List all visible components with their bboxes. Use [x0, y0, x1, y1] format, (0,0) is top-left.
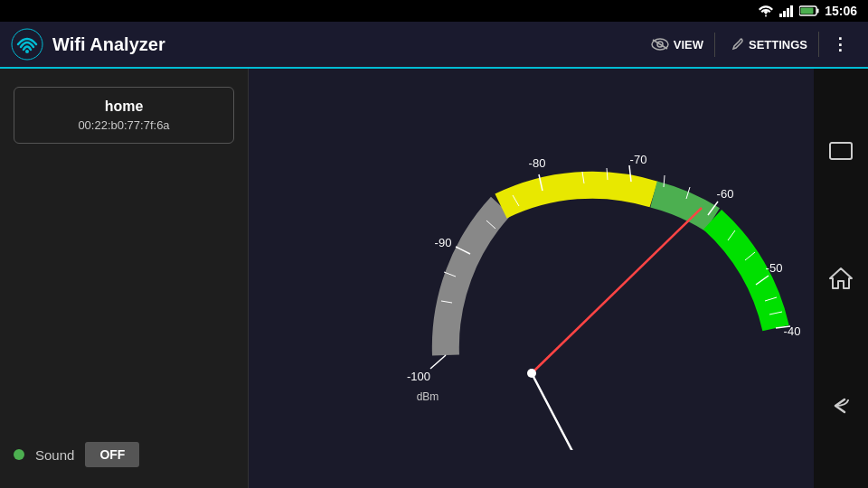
windows-icon: [828, 141, 854, 161]
sound-label: Sound: [35, 447, 74, 463]
svg-text:-80: -80: [528, 156, 545, 170]
right-nav: [814, 69, 868, 488]
network-card: home 00:22:b0:77:7f:6a: [14, 87, 234, 144]
app-icon: [11, 28, 43, 61]
sound-row: Sound OFF: [14, 435, 234, 474]
svg-rect-5: [817, 9, 819, 14]
svg-line-13: [430, 355, 446, 369]
svg-rect-6: [801, 8, 814, 14]
wrench-icon: [730, 37, 744, 52]
gauge-area: -100 dBm -90 -80 -70 -60 -50 -40: [249, 69, 814, 488]
svg-text:-100: -100: [406, 370, 429, 383]
settings-button[interactable]: SETTINGS: [719, 32, 819, 57]
network-name: home: [29, 99, 219, 115]
home-icon: [828, 267, 854, 290]
svg-point-7: [12, 29, 42, 60]
main-content: home 00:22:b0:77:7f:6a Sound OFF: [0, 69, 868, 488]
svg-text:-50: -50: [765, 261, 782, 275]
view-button[interactable]: VIEW: [640, 33, 715, 57]
menu-button[interactable]: ⋮: [823, 29, 857, 60]
signal-icon: [779, 5, 794, 17]
sound-toggle-button[interactable]: OFF: [85, 442, 139, 467]
svg-line-41: [532, 373, 640, 450]
svg-text:-90: -90: [434, 236, 451, 249]
status-time: 15:06: [825, 4, 857, 18]
sound-dot: [14, 449, 24, 460]
windows-nav-button[interactable]: [823, 133, 859, 169]
svg-rect-2: [787, 8, 789, 17]
gauge-svg: -100 dBm -90 -80 -70 -60 -50 -40: [251, 107, 812, 450]
wifi-icon: [758, 5, 774, 17]
top-bar: Wifi Analyzer VIEW SETTINGS ⋮: [0, 22, 868, 69]
eye-icon: [651, 38, 669, 51]
back-icon: [828, 394, 854, 418]
view-label: VIEW: [674, 38, 703, 52]
home-nav-button[interactable]: [823, 260, 859, 296]
back-nav-button[interactable]: [823, 388, 859, 424]
left-panel: home 00:22:b0:77:7f:6a Sound OFF: [0, 69, 249, 488]
svg-text:dBm: dBm: [416, 390, 439, 403]
svg-line-40: [532, 208, 702, 373]
svg-text:-40: -40: [783, 324, 800, 338]
svg-point-8: [25, 50, 29, 53]
settings-label: SETTINGS: [749, 38, 807, 52]
svg-rect-44: [830, 143, 852, 159]
svg-rect-0: [779, 14, 782, 17]
network-mac: 00:22:b0:77:7f:6a: [29, 118, 219, 132]
battery-icon: [799, 5, 819, 16]
status-bar: 15:06: [0, 0, 868, 22]
app-title: Wifi Analyzer: [52, 34, 640, 55]
svg-text:-70: -70: [629, 153, 646, 166]
svg-rect-1: [783, 11, 786, 17]
svg-rect-3: [790, 5, 793, 17]
status-icons: [758, 5, 819, 17]
top-actions: VIEW SETTINGS ⋮: [640, 29, 857, 60]
svg-point-42: [527, 369, 536, 378]
svg-text:-60: -60: [716, 187, 733, 201]
